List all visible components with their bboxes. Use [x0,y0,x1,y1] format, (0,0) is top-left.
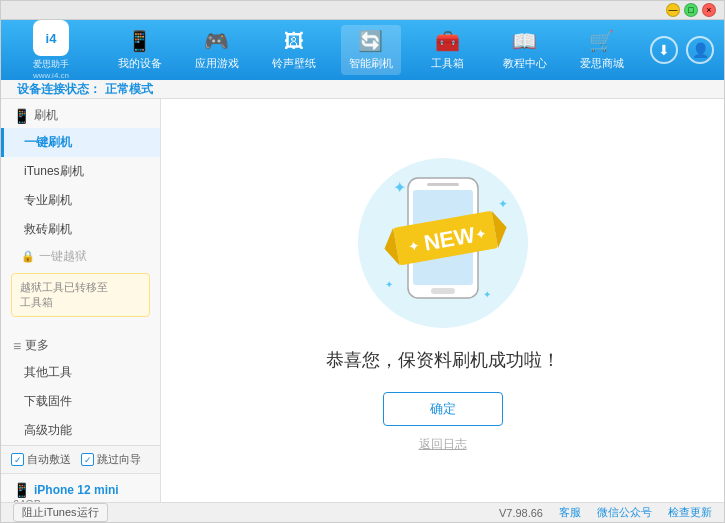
my-device-icon: 📱 [127,29,152,53]
maximize-button[interactable]: □ [684,3,698,17]
user-button[interactable]: 👤 [686,36,714,64]
svg-text:✦: ✦ [498,197,508,211]
app-window: — □ × i4 爱思助手 www.i4.cn 📱 我的设备 🎮 应用游戏 [0,0,725,523]
wallpaper-icon: 🖼 [284,30,304,53]
via-wizard-checkbox-box[interactable] [81,453,94,466]
customer-service-link[interactable]: 客服 [559,505,581,520]
sidebar-item-itunes-flash[interactable]: iTunes刷机 [1,157,160,186]
more-section-icon: ≡ [13,338,21,354]
auto-send-checkbox[interactable]: 自动敷送 [11,452,71,467]
more-section-header: ≡ 更多 [1,329,160,358]
main-layout: 📱 刷机 一键刷机 iTunes刷机 专业刷机 救砖刷机 🔒 一键越狱 [1,99,724,502]
svg-text:✦: ✦ [393,179,406,196]
flash-section-header: 📱 刷机 [1,99,160,128]
logo-subtitle: 爱思助手 www.i4.cn [33,58,69,80]
toolbox-icon: 🧰 [435,29,460,53]
svg-text:✦: ✦ [483,289,491,300]
lock-icon: 🔒 [21,250,35,263]
minimize-button[interactable]: — [666,3,680,17]
nav-tutorial[interactable]: 📖 教程中心 [495,25,555,75]
close-button[interactable]: × [702,3,716,17]
smart-flash-icon: 🔄 [358,29,383,53]
return-link[interactable]: 返回日志 [419,436,467,453]
sidebar-item-other-tools[interactable]: 其他工具 [1,358,160,387]
status-label: 设备连接状态： [17,81,101,98]
notice-box: 越狱工具已转移至 工具箱 [11,273,150,317]
confirm-button[interactable]: 确定 [383,392,503,426]
sidebar-item-download-fw[interactable]: 下载固件 [1,387,160,416]
nav-actions: ⬇ 👤 [650,36,714,64]
device-name: iPhone 12 mini [34,483,119,497]
sidebar-item-one-click-flash[interactable]: 一键刷机 [1,128,160,157]
bottom-left: 阻止iTunes运行 [13,503,108,522]
nav-apps-games[interactable]: 🎮 应用游戏 [187,25,247,75]
sidebar-item-advanced[interactable]: 高级功能 [1,416,160,445]
titlebar: — □ × [1,1,724,20]
store-icon: 🛒 [589,29,614,53]
sidebar: 📱 刷机 一键刷机 iTunes刷机 专业刷机 救砖刷机 🔒 一键越狱 [1,99,161,502]
status-bar: 设备连接状态： 正常模式 [1,80,724,99]
content-area: ✦ ✦ NEW ✦ ✦ ✦ ✦ 恭喜您，保资料刷机成功啦！ 确定 返回日志 [161,99,724,502]
svg-rect-3 [431,288,455,294]
nav-toolbox[interactable]: 🧰 工具箱 [418,25,478,75]
logo-icon: i4 [33,20,69,56]
auto-send-checkbox-box[interactable] [11,453,24,466]
sidebar-locked-jailbreak: 🔒 一键越狱 [1,244,160,269]
nav-wallpaper[interactable]: 🖼 铃声壁纸 [264,26,324,75]
nav-my-device[interactable]: 📱 我的设备 [110,25,170,75]
via-wizard-checkbox[interactable]: 跳过向导 [81,452,141,467]
via-wizard-label: 跳过向导 [97,452,141,467]
download-button[interactable]: ⬇ [650,36,678,64]
flash-section-icon: 📱 [13,108,30,124]
version-label: V7.98.66 [499,507,543,519]
sidebar-item-unbrick-flash[interactable]: 救砖刷机 [1,215,160,244]
device-info: 📱 iPhone 12 mini 64GB Down-12mini-13,1 [1,473,160,502]
app-logo: i4 爱思助手 www.i4.cn [11,20,91,80]
nav-smart-flash[interactable]: 🔄 智能刷机 [341,25,401,75]
svg-rect-4 [427,183,459,186]
sidebar-item-pro-flash[interactable]: 专业刷机 [1,186,160,215]
device-icon: 📱 [13,482,30,498]
nav-bar: 📱 我的设备 🎮 应用游戏 🖼 铃声壁纸 🔄 智能刷机 🧰 工具箱 📖 [101,20,640,80]
apps-games-icon: 🎮 [204,29,229,53]
success-illustration: ✦ ✦ NEW ✦ ✦ ✦ ✦ [343,148,543,348]
wechat-public-link[interactable]: 微信公众号 [597,505,652,520]
nav-store[interactable]: 🛒 爱思商城 [572,25,632,75]
bottom-right: V7.98.66 客服 微信公众号 检查更新 [499,505,712,520]
bottom-bar: 阻止iTunes运行 V7.98.66 客服 微信公众号 检查更新 [1,502,724,522]
success-svg: ✦ ✦ NEW ✦ ✦ ✦ ✦ [343,148,543,348]
check-update-link[interactable]: 检查更新 [668,505,712,520]
status-value: 正常模式 [105,81,153,98]
stop-itunes-button[interactable]: 阻止iTunes运行 [13,503,108,522]
success-message: 恭喜您，保资料刷机成功啦！ [326,348,560,372]
header: i4 爱思助手 www.i4.cn 📱 我的设备 🎮 应用游戏 🖼 铃声壁纸 🔄 [1,20,724,80]
window-controls: — □ × [666,3,716,17]
auto-send-label: 自动敷送 [27,452,71,467]
svg-text:✦: ✦ [385,279,393,290]
sidebar-checkboxes: 自动敷送 跳过向导 [1,445,160,473]
tutorial-icon: 📖 [512,29,537,53]
